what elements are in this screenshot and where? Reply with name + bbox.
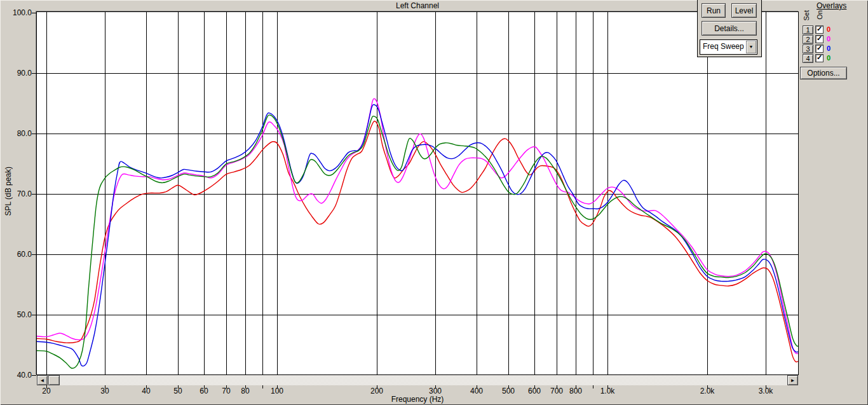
x-tick-label: 100 bbox=[263, 387, 291, 395]
run-button[interactable]: Run bbox=[702, 3, 726, 18]
x-tick-label: 80 bbox=[231, 387, 259, 395]
measurement-mode-value: Freq Sweep bbox=[703, 42, 744, 51]
measurement-mode-select[interactable]: Freq Sweep ▼ bbox=[700, 39, 757, 55]
dropdown-button[interactable]: ▼ bbox=[746, 41, 756, 53]
level-button[interactable]: Level bbox=[731, 3, 757, 18]
overlay-set-button-4[interactable]: 4 bbox=[803, 54, 813, 63]
overlay-value-4: 0 bbox=[827, 53, 831, 62]
y-tick-label: 40.0 bbox=[0, 371, 32, 380]
x-tick-label: 200 bbox=[363, 387, 391, 395]
scrollbar-left-arrow[interactable]: ◄ bbox=[37, 375, 48, 385]
y-tick-label: 70.0 bbox=[0, 190, 32, 198]
right-arrow-icon: ► bbox=[790, 378, 796, 383]
scrollbar-thumb[interactable] bbox=[48, 375, 60, 385]
overlay-on-checkbox-2[interactable]: ✓ bbox=[815, 35, 824, 43]
y-tick-label: 90.0 bbox=[0, 69, 32, 78]
checkmark-icon: ✓ bbox=[816, 45, 823, 51]
y-tick-mark bbox=[32, 134, 36, 134]
overlay-value-2: 0 bbox=[827, 34, 831, 43]
x-tick-label: 20 bbox=[32, 387, 60, 395]
x-tick-label: 30 bbox=[91, 387, 119, 395]
overlay-set-button-1[interactable]: 1 bbox=[803, 25, 813, 34]
y-tick-mark bbox=[32, 73, 36, 74]
plot-area bbox=[36, 11, 799, 375]
curve-overlay-4-green bbox=[37, 115, 798, 368]
y-tick-label: 80.0 bbox=[0, 130, 32, 138]
y-tick-mark bbox=[32, 194, 36, 195]
x-tick-label: 3.0k bbox=[752, 387, 780, 395]
curve-overlay-2-magenta bbox=[37, 99, 798, 354]
overlay-set-button-3[interactable]: 3 bbox=[803, 45, 813, 53]
x-tick-label: 300 bbox=[421, 387, 449, 395]
y-tick-mark bbox=[32, 375, 36, 376]
curve-overlay-1-red bbox=[37, 121, 798, 362]
checkmark-icon: ✓ bbox=[816, 54, 823, 61]
chart-canvas bbox=[37, 12, 798, 374]
checkmark-icon: ✓ bbox=[816, 25, 823, 32]
overlay-value-1: 0 bbox=[827, 25, 831, 34]
y-tick-label: 100.0 bbox=[0, 9, 32, 17]
y-tick-mark bbox=[32, 315, 36, 315]
y-tick-mark bbox=[32, 254, 36, 255]
x-tick-label: 1.0k bbox=[593, 387, 621, 395]
overlay-on-checkbox-3[interactable]: ✓ bbox=[815, 45, 824, 53]
x-scrollbar[interactable]: ◄ ► bbox=[37, 375, 798, 385]
options-button[interactable]: Options... bbox=[800, 67, 847, 79]
y-tick-label: 60.0 bbox=[0, 251, 32, 259]
x-tick-label: 2.0k bbox=[693, 387, 721, 395]
plot-title: Left Channel bbox=[36, 1, 799, 10]
x-tick-label: 800 bbox=[562, 387, 590, 395]
x-tick-label: 500 bbox=[494, 387, 522, 395]
details-button[interactable]: Details... bbox=[702, 21, 757, 36]
app-window: Left Channel SPL (dB peak) Frequency (Hz… bbox=[0, 0, 868, 405]
y-tick-mark bbox=[32, 13, 36, 13]
x-tick-label: 400 bbox=[463, 387, 491, 395]
x-tick-label: 50 bbox=[164, 387, 192, 395]
checkmark-icon: ✓ bbox=[816, 35, 823, 42]
y-tick-label: 50.0 bbox=[0, 311, 32, 319]
scrollbar-right-arrow[interactable]: ► bbox=[787, 375, 798, 385]
chevron-down-icon: ▼ bbox=[747, 41, 756, 53]
overlays-on-column-label: On bbox=[816, 10, 824, 20]
x-axis-title: Frequency (Hz) bbox=[36, 395, 799, 404]
overlay-set-button-2[interactable]: 2 bbox=[803, 35, 813, 44]
overlays-heading: Overlays bbox=[817, 1, 846, 10]
overlays-set-column-label: Set bbox=[803, 10, 810, 21]
curve-overlay-3-blue bbox=[37, 104, 798, 366]
overlay-value-3: 0 bbox=[827, 44, 831, 53]
overlay-on-checkbox-4[interactable]: ✓ bbox=[815, 54, 824, 62]
x-tick-label: 40 bbox=[132, 387, 160, 395]
left-arrow-icon: ◄ bbox=[40, 378, 45, 383]
overlay-on-checkbox-1[interactable]: ✓ bbox=[815, 25, 824, 34]
